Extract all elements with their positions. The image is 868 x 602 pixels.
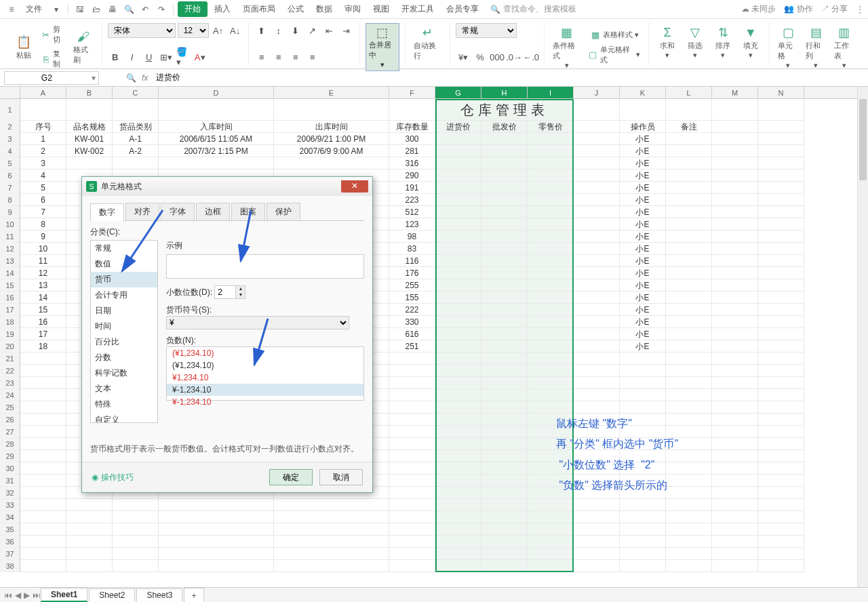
- category-item[interactable]: 科学记数: [91, 365, 157, 381]
- sheet-tab-3[interactable]: Sheet3: [136, 588, 182, 601]
- dlg-tab-border[interactable]: 边框: [196, 203, 230, 220]
- paste-button[interactable]: 📋粘贴: [11, 33, 37, 62]
- tab-view[interactable]: 视图: [368, 2, 395, 16]
- sync-status[interactable]: ☁ 未同步: [741, 3, 776, 15]
- category-list[interactable]: 常规数值货币会计专用日期时间百分比分数科学记数文本特殊自定义: [90, 240, 158, 423]
- sheet-tab-1[interactable]: Sheet1: [41, 588, 87, 602]
- share-button[interactable]: ↗ 分享: [821, 3, 848, 15]
- fill-button[interactable]: ▼填充▾: [738, 23, 764, 61]
- italic-button[interactable]: I: [125, 49, 140, 64]
- currency-symbol-select[interactable]: ¥: [166, 316, 349, 329]
- spin-up-icon[interactable]: ▲: [235, 286, 245, 292]
- namebox-dropdown-icon[interactable]: ▾: [89, 73, 98, 83]
- fx-icon[interactable]: fx: [142, 73, 148, 83]
- rowcol-button[interactable]: ▤行和列▾: [803, 23, 829, 71]
- category-item[interactable]: 自定义: [91, 412, 157, 423]
- sum-button[interactable]: Σ求和▾: [654, 23, 680, 61]
- print-icon[interactable]: 🖶: [105, 2, 120, 17]
- ok-button[interactable]: 确定: [269, 469, 313, 485]
- dlg-tab-number[interactable]: 数字: [90, 203, 124, 221]
- sheet-tab-2[interactable]: Sheet2: [89, 588, 135, 601]
- currency-icon[interactable]: ¥▾: [456, 49, 471, 64]
- font-color-button[interactable]: A▾: [193, 49, 208, 64]
- decimal-input[interactable]: [215, 286, 235, 298]
- tab-member[interactable]: 会员专享: [441, 2, 484, 16]
- dlg-tab-align[interactable]: 对齐: [125, 203, 159, 220]
- tab-insert[interactable]: 插入: [209, 2, 236, 16]
- align-mid-icon[interactable]: ↕: [271, 23, 286, 38]
- tab-prev-icon[interactable]: ◀: [15, 590, 21, 600]
- menu-icon[interactable]: ≡: [4, 2, 19, 17]
- spin-down-icon[interactable]: ▼: [235, 292, 245, 298]
- cut-button[interactable]: ✂剪切: [39, 23, 68, 46]
- decimal-spinner[interactable]: ▲▼: [214, 285, 245, 299]
- align-left-icon[interactable]: ≡: [254, 49, 269, 64]
- undo-icon[interactable]: ↶: [138, 2, 153, 17]
- negative-option[interactable]: ¥1,234.10: [167, 372, 363, 384]
- save-icon[interactable]: 🖫: [73, 2, 87, 17]
- tab-dev[interactable]: 开发工具: [396, 2, 439, 16]
- help-link[interactable]: ◉ 操作技巧: [92, 469, 134, 485]
- worksheet-button[interactable]: ▥工作表▾: [831, 23, 857, 71]
- tab-formula[interactable]: 公式: [282, 2, 309, 16]
- merge-center-button[interactable]: ⬚合并居中▾: [366, 23, 400, 71]
- category-item[interactable]: 会计专用: [91, 287, 157, 303]
- tab-first-icon[interactable]: ⏮: [4, 590, 12, 600]
- font-name-select[interactable]: 宋体: [108, 23, 176, 38]
- category-item[interactable]: 时间: [91, 319, 157, 334]
- cell-button[interactable]: ▢单元格▾: [775, 23, 801, 71]
- wrap-text-button[interactable]: ↵自动换行: [411, 23, 444, 62]
- inc-decimal-icon[interactable]: .0→: [507, 49, 521, 64]
- negative-option[interactable]: (¥1,234.10): [167, 347, 363, 359]
- file-menu[interactable]: 文件: [20, 2, 47, 16]
- align-right-icon[interactable]: ≡: [288, 49, 303, 64]
- number-format-select[interactable]: 常规: [456, 23, 517, 38]
- coop-button[interactable]: 👥 协作: [784, 3, 812, 15]
- open-icon[interactable]: 🗁: [89, 2, 104, 17]
- filter-button[interactable]: ▽筛选▾: [682, 23, 708, 61]
- category-item[interactable]: 特殊: [91, 397, 157, 412]
- search-fx-icon[interactable]: 🔍: [126, 73, 136, 83]
- format-painter-button[interactable]: 🖌格式刷: [71, 27, 96, 66]
- negative-list[interactable]: (¥1,234.10)(¥1,234.10)¥1,234.10¥-1,234.1…: [166, 346, 364, 401]
- vertical-scrollbar[interactable]: [857, 87, 868, 587]
- add-sheet-button[interactable]: ＋: [184, 588, 204, 603]
- indent-inc-icon[interactable]: ⇥: [339, 23, 354, 38]
- category-item[interactable]: 分数: [91, 350, 157, 365]
- inc-font-icon[interactable]: A↑: [211, 23, 226, 38]
- cond-format-button[interactable]: ▦条件格式▾: [550, 23, 583, 71]
- fill-color-button[interactable]: 🪣▾: [176, 49, 191, 64]
- font-size-select[interactable]: 12: [178, 23, 209, 38]
- name-box[interactable]: ▾: [4, 71, 99, 85]
- category-item[interactable]: 货币: [91, 272, 157, 287]
- category-item[interactable]: 常规: [91, 241, 157, 256]
- orient-icon[interactable]: ↗: [305, 23, 320, 38]
- table-style-button[interactable]: ▦表格样式▾: [585, 28, 643, 42]
- tab-next-icon[interactable]: ▶: [24, 590, 30, 600]
- tab-home[interactable]: 开始: [178, 1, 208, 17]
- cancel-button[interactable]: 取消: [319, 469, 363, 485]
- dec-decimal-icon[interactable]: ←.0: [524, 49, 538, 64]
- category-item[interactable]: 数值: [91, 256, 157, 272]
- category-item[interactable]: 百分比: [91, 334, 157, 350]
- align-justify-icon[interactable]: ≡: [305, 49, 320, 64]
- dec-font-icon[interactable]: A↓: [228, 23, 243, 38]
- tab-last-icon[interactable]: ⏭: [33, 590, 41, 600]
- redo-icon[interactable]: ↷: [154, 2, 169, 17]
- caret-down-icon[interactable]: ▾: [49, 2, 64, 17]
- category-item[interactable]: 文本: [91, 381, 157, 397]
- negative-option[interactable]: ¥-1,234.10: [167, 384, 363, 396]
- dlg-tab-font[interactable]: 字体: [161, 203, 195, 220]
- bold-button[interactable]: B: [108, 49, 123, 64]
- tab-layout[interactable]: 页面布局: [237, 2, 281, 16]
- copy-button[interactable]: ⎘复制: [39, 47, 68, 71]
- dialog-titlebar[interactable]: S 单元格格式 ✕: [82, 177, 372, 196]
- dlg-tab-pattern[interactable]: 图案: [231, 203, 265, 220]
- preview-icon[interactable]: 🔍: [121, 2, 136, 17]
- command-search[interactable]: 🔍 查找命令、搜索模板: [486, 1, 581, 17]
- indent-dec-icon[interactable]: ⇤: [322, 23, 337, 38]
- negative-option[interactable]: (¥1,234.10): [167, 359, 363, 372]
- align-top-icon[interactable]: ⬆: [254, 23, 269, 38]
- tab-review[interactable]: 审阅: [339, 2, 366, 16]
- align-bot-icon[interactable]: ⬇: [288, 23, 303, 38]
